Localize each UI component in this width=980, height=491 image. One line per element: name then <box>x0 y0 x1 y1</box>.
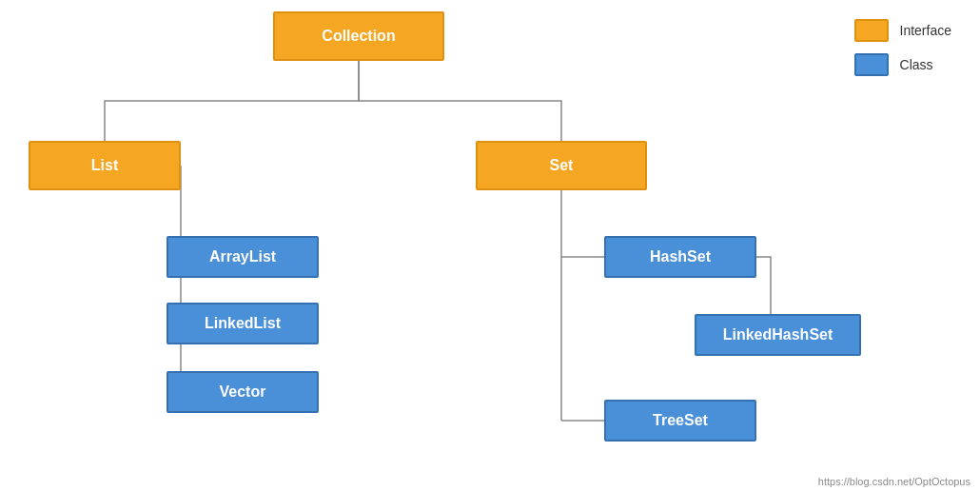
connectors-svg <box>0 0 980 491</box>
node-treeset-label: TreeSet <box>653 412 708 429</box>
node-list: List <box>29 141 181 190</box>
node-collection: Collection <box>273 11 444 61</box>
node-hashset: HashSet <box>604 236 756 278</box>
legend-interface-box <box>854 19 889 42</box>
node-treeset: TreeSet <box>604 400 756 442</box>
legend-class: Class <box>854 53 951 76</box>
conn-hashset-linkedhashset <box>756 257 771 314</box>
node-set: Set <box>476 141 647 190</box>
legend-class-box <box>854 53 889 76</box>
node-vector-label: Vector <box>220 383 266 401</box>
node-set-label: Set <box>550 157 574 174</box>
legend: Interface Class <box>854 19 951 76</box>
node-linkedhashset: LinkedHashSet <box>695 314 861 356</box>
node-list-label: List <box>91 157 118 174</box>
node-arraylist-label: ArrayList <box>209 248 276 265</box>
legend-class-label: Class <box>900 57 933 72</box>
conn-collection-list <box>105 61 359 141</box>
node-hashset-label: HashSet <box>650 248 711 265</box>
diagram-container: Collection List Set ArrayList LinkedList… <box>0 0 980 491</box>
node-collection-label: Collection <box>322 28 395 45</box>
node-linkedlist-label: LinkedList <box>205 315 281 332</box>
node-arraylist: ArrayList <box>167 236 319 278</box>
node-linkedhashset-label: LinkedHashSet <box>723 326 833 344</box>
node-vector: Vector <box>167 371 319 413</box>
legend-interface: Interface <box>854 19 951 42</box>
conn-collection-set <box>359 61 561 141</box>
legend-interface-label: Interface <box>900 23 951 38</box>
node-linkedlist: LinkedList <box>167 303 319 344</box>
watermark: https://blog.csdn.net/OptOctopus <box>818 476 970 487</box>
